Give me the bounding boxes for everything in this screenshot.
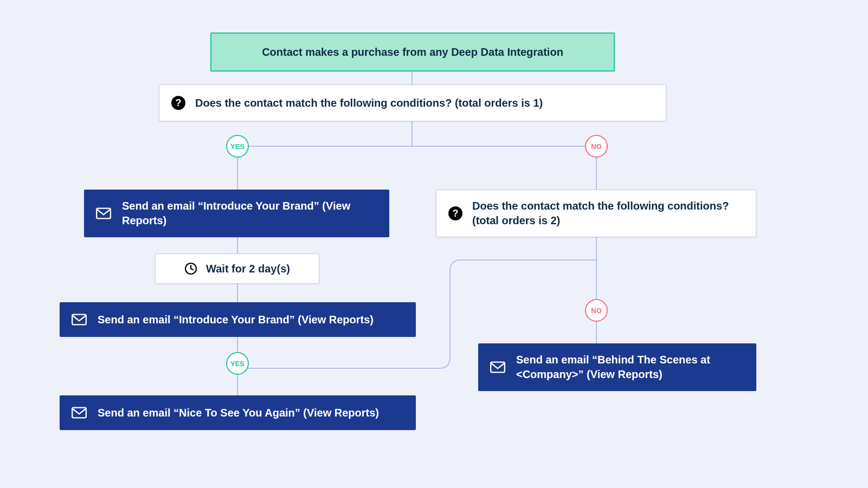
branch-badge-no-1: NO <box>585 135 608 158</box>
envelope-icon <box>490 361 505 373</box>
action-text: Send an email “Behind The Scenes at <Com… <box>516 353 744 382</box>
action-text: Send an email “Introduce Your Brand” (Vi… <box>98 313 374 327</box>
envelope-icon <box>72 314 87 326</box>
condition-node-2: ? Does the contact match the following c… <box>436 190 756 237</box>
condition-node-1: ? Does the contact match the following c… <box>159 84 666 121</box>
action-node-1: Send an email “Introduce Your Brand” (Vi… <box>84 190 389 237</box>
clock-icon <box>184 262 197 275</box>
wait-text: Wait for 2 day(s) <box>206 263 290 275</box>
question-icon: ? <box>171 96 185 110</box>
action-text: Send an email “Introduce Your Brand” (Vi… <box>122 199 377 228</box>
svg-rect-2 <box>72 315 86 325</box>
wait-node: Wait for 2 day(s) <box>155 253 319 284</box>
condition-text: Does the contact match the following con… <box>195 97 543 109</box>
branch-badge-yes-1: YES <box>226 135 249 158</box>
branch-badge-yes-2: YES <box>226 352 249 375</box>
svg-rect-0 <box>97 209 111 219</box>
question-icon: ? <box>448 206 462 220</box>
trigger-node: Contact makes a purchase from any Deep D… <box>210 32 615 71</box>
svg-rect-3 <box>72 408 86 418</box>
condition-text: Does the contact match the following con… <box>472 199 744 228</box>
action-text: Send an email “Nice To See You Again” (V… <box>98 406 379 420</box>
branch-badge-no-2: NO <box>585 299 608 322</box>
action-node-4: Send an email “Behind The Scenes at <Com… <box>478 343 756 391</box>
trigger-text: Contact makes a purchase from any Deep D… <box>262 46 563 58</box>
envelope-icon <box>72 407 87 419</box>
envelope-icon <box>96 207 111 219</box>
svg-rect-4 <box>491 362 505 373</box>
action-node-2: Send an email “Introduce Your Brand” (Vi… <box>60 302 416 337</box>
action-node-3: Send an email “Nice To See You Again” (V… <box>60 395 416 430</box>
